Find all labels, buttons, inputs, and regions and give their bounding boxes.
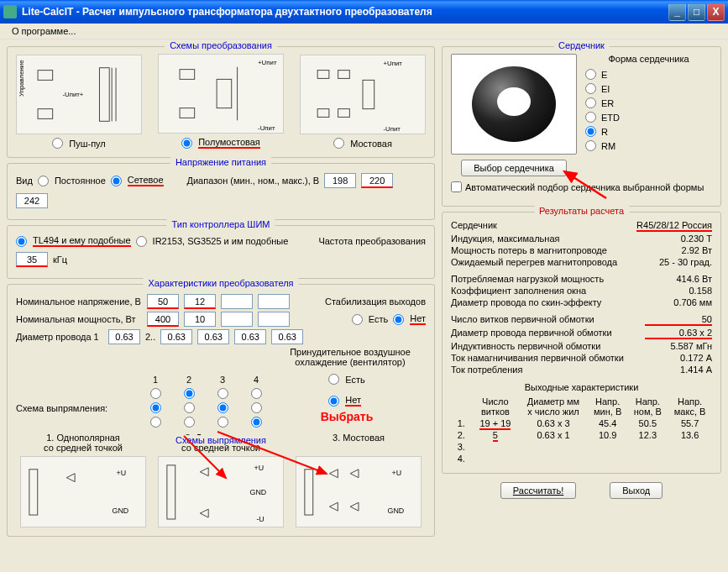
freq-label: Частота преобразования — [318, 236, 426, 246]
calculate-button[interactable]: Рассчитать! — [500, 482, 576, 499]
input-p2[interactable] — [184, 312, 216, 327]
radio-fan-no[interactable]: Нет — [328, 395, 364, 407]
radio-shape-ei[interactable]: EI — [585, 83, 712, 94]
rect-scheme-label: Схема выпрямления: — [16, 403, 134, 413]
core-shape-title: Форма сердечника — [585, 54, 712, 64]
group-title-pwm: Тип контроллера ШИМ — [167, 219, 275, 229]
minimize-button[interactable]: _ — [668, 3, 686, 21]
menubar: О программе... — [0, 24, 728, 39]
input-v2[interactable] — [184, 294, 216, 309]
svg-text:-U: -U — [256, 515, 264, 523]
input-d5[interactable] — [271, 329, 303, 344]
rect-2-2[interactable] — [184, 402, 195, 413]
radio-stab-no[interactable]: Нет — [393, 313, 426, 325]
choose-core-button[interactable]: Выбор сердечника — [461, 160, 567, 176]
rect-2-4[interactable] — [251, 402, 262, 413]
rect-3-3[interactable] — [217, 417, 228, 428]
res-bmax-val: 0.230 Т — [645, 234, 712, 244]
input-d3[interactable] — [197, 329, 229, 344]
svg-rect-1 — [38, 71, 53, 81]
input-d1[interactable] — [108, 329, 140, 344]
svg-marker-32 — [329, 502, 338, 511]
input-vmin[interactable] — [324, 173, 356, 188]
group-title-rect: Схемы выпрямления — [170, 435, 271, 445]
rect-2-1[interactable] — [150, 402, 161, 413]
input-vmax[interactable] — [16, 193, 48, 208]
maximize-button[interactable]: □ — [688, 3, 705, 21]
res-icons-label: Ток потребления — [451, 365, 645, 375]
radio-shape-rm[interactable]: RM — [585, 140, 712, 151]
svg-marker-31 — [329, 470, 338, 478]
radio-shape-e[interactable]: E — [585, 69, 712, 80]
output-row-4: 4. — [451, 453, 712, 464]
res-pdia-label: Диаметр провода первичной обмотки — [451, 328, 645, 339]
input-v4[interactable] — [258, 294, 290, 309]
window-title: Lite-CalcIT - Расчет импульсного трансфо… — [22, 6, 667, 18]
svg-rect-9 — [180, 70, 195, 80]
rect-3-2[interactable] — [184, 417, 195, 428]
group-pwm: Тип контроллера ШИМ TL494 и ему подобные… — [7, 225, 435, 279]
svg-rect-2 — [38, 109, 53, 119]
res-core-val: R45/28/12 Россия — [636, 220, 712, 232]
res-skin-label: Диаметр провода по скин-эффекту — [451, 297, 645, 307]
radio-shape-er[interactable]: ER — [585, 97, 712, 108]
menu-about[interactable]: О программе... — [7, 24, 81, 38]
svg-rect-10 — [180, 108, 195, 118]
radio-fan-yes[interactable]: Есть — [328, 374, 364, 385]
radio-half-bridge[interactable]: Полумостовая — [181, 137, 260, 149]
output-row-2: 2. 5 0.63 x 1 10.9 12.3 13.6 — [451, 429, 712, 441]
rect-1-4[interactable] — [251, 388, 262, 399]
svg-rect-19 — [363, 80, 374, 108]
input-d2[interactable] — [160, 329, 192, 344]
res-nturns-val: 50 — [645, 314, 712, 326]
rect-col-4: 4 — [244, 375, 268, 385]
input-v3[interactable] — [221, 294, 253, 309]
input-freq[interactable] — [16, 252, 48, 267]
rect-3-4[interactable] — [251, 417, 262, 428]
svg-text:+U: +U — [254, 464, 264, 472]
radio-ac[interactable]: Сетевое — [111, 175, 164, 186]
wire-dia-label: Диаметр провода 1 — [16, 332, 103, 342]
schematic-rect-1: +UGND — [20, 456, 146, 527]
input-p1[interactable] — [147, 312, 179, 327]
radio-stab-yes[interactable]: Есть — [352, 314, 388, 325]
radio-ir2153[interactable]: IR2153, SG3525 и им подобные — [136, 236, 289, 247]
svg-marker-25 — [200, 468, 208, 476]
exit-button[interactable]: Выход — [610, 482, 663, 499]
res-ploss-val: 2.92 Вт — [645, 245, 712, 255]
input-vnom[interactable] — [361, 173, 393, 188]
radio-push-pull[interactable]: Пуш-пул — [52, 138, 106, 149]
radio-dc[interactable]: Постоянное — [38, 176, 106, 186]
input-v1[interactable] — [147, 294, 179, 309]
svg-text:GND: GND — [113, 506, 129, 515]
radio-tl494[interactable]: TL494 и ему подобные — [16, 235, 131, 247]
res-load-label: Потребляемая нагрузкой мощность — [451, 274, 645, 284]
res-imag-label: Ток намагничивания первичной обмотки — [451, 353, 645, 363]
radio-full-bridge[interactable]: Мостовая — [333, 138, 392, 149]
rect-3-1[interactable] — [150, 417, 161, 428]
rect-1-3[interactable] — [217, 388, 228, 399]
svg-text:+Uпит: +Uпит — [258, 59, 277, 66]
rect-2-3[interactable] — [217, 402, 228, 413]
res-temp-val: 25 - 30 град. — [645, 257, 712, 267]
rect-1-1[interactable] — [150, 388, 161, 399]
svg-text:GND: GND — [388, 506, 405, 515]
radio-shape-r[interactable]: R — [585, 126, 712, 137]
res-core-label: Сердечник — [451, 220, 636, 232]
input-d4[interactable] — [234, 329, 266, 344]
input-p4[interactable] — [258, 312, 290, 327]
svg-rect-30 — [305, 470, 313, 515]
close-button[interactable]: X — [707, 3, 725, 21]
radio-shape-etd[interactable]: ETD — [585, 112, 712, 123]
svg-rect-17 — [338, 71, 350, 79]
group-converter: Характеристики преобразователя Номинальн… — [7, 284, 435, 537]
input-p3[interactable] — [221, 312, 253, 327]
res-pdia-val: 0.63 x 2 — [645, 328, 712, 339]
rect-col-3: 3 — [211, 375, 234, 385]
checkbox-auto-core[interactable]: Автоматический подбор сердечника выбранн… — [451, 181, 712, 192]
schematic-rect-2: +UGND-U — [158, 456, 284, 527]
output-row-1: 1. 19 + 19 0.63 x 3 45.4 50.5 55.7 — [451, 417, 712, 429]
rect-1-2[interactable] — [184, 388, 195, 399]
svg-rect-24 — [167, 465, 175, 519]
fan-label: Принудительное воздушное охлаждение (вен… — [275, 347, 426, 367]
